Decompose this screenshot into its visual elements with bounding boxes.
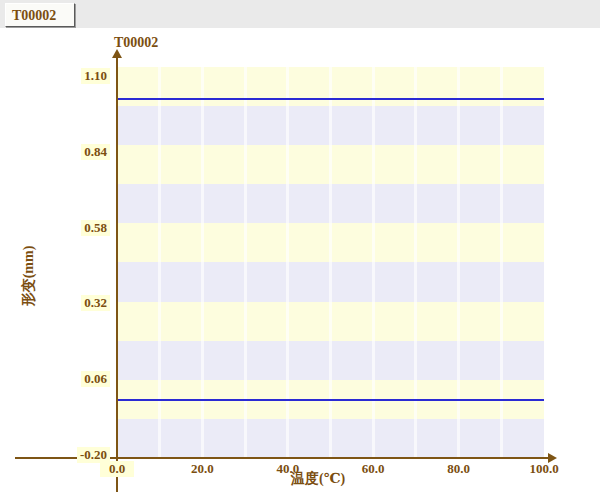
x-tick-label: 100.0 — [514, 461, 574, 477]
x-tick-label: 20.0 — [172, 461, 232, 477]
y-tick-label: 0.06 — [81, 371, 110, 387]
upper-limit-line — [117, 98, 544, 100]
app-window: T00002 T00002 温度(℃) 形变(mm) 1.100.840.580… — [0, 0, 600, 500]
x-tick-label: 40.0 — [258, 461, 318, 477]
x-tick-label: 0.0 — [100, 461, 134, 477]
x-tick-label: 60.0 — [343, 461, 403, 477]
y-axis-arrow-icon — [112, 49, 122, 58]
lower-limit-line — [117, 399, 544, 401]
y-tick-label: 0.58 — [81, 220, 110, 236]
plot-area — [117, 67, 544, 458]
y-axis-line — [116, 56, 118, 492]
tab-t00002[interactable]: T00002 — [5, 3, 75, 27]
y-tick-label: 0.84 — [81, 144, 110, 160]
y-axis-label: 形变(mm) — [20, 216, 38, 336]
tab-bar: T00002 — [0, 0, 600, 28]
y-tick-label: 1.10 — [81, 68, 110, 84]
y-tick-label: 0.32 — [81, 295, 110, 311]
x-tick-label: 80.0 — [429, 461, 489, 477]
